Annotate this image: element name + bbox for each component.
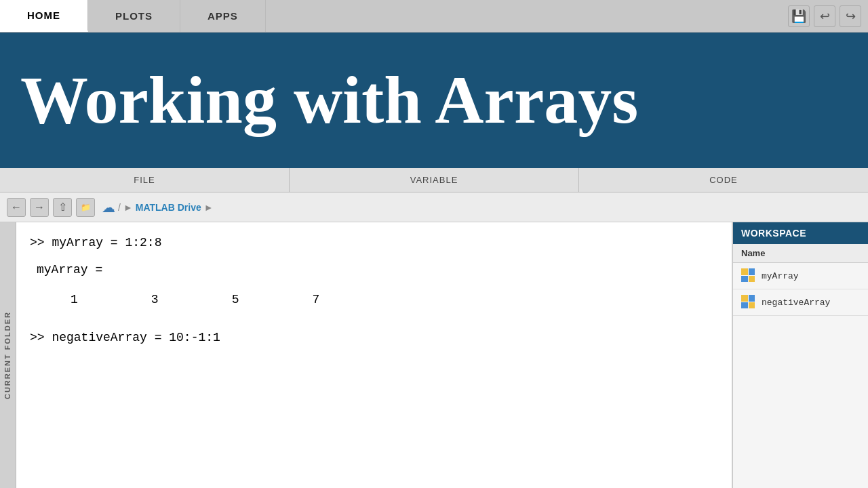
workspace-item-negativearray[interactable]: negativeArray	[733, 289, 868, 316]
top-tab-bar: HOME PLOTS APPS 💾 ↩ ↪	[0, 0, 868, 33]
workspace-panel: WORKSPACE Name myArray	[732, 222, 868, 488]
section-file: FILE	[0, 168, 290, 192]
workspace-item-myarray[interactable]: myArray	[733, 263, 868, 289]
tab-actions: 💾 ↩ ↪	[788, 0, 868, 32]
workspace-name-col: Name	[733, 244, 868, 263]
myarray-icon	[741, 268, 756, 283]
tab-plots[interactable]: PLOTS	[88, 0, 180, 32]
section-bar: FILE VARIABLE CODE	[0, 168, 868, 192]
breadcrumb-arrow: ►	[123, 202, 133, 213]
forward-button[interactable]: →	[30, 198, 49, 217]
negativearray-icon	[741, 295, 756, 310]
cmd-line-2: >> negativeArray = 10:-1:1	[30, 331, 718, 344]
browse-button[interactable]: 📁	[76, 198, 95, 217]
back-button[interactable]: ←	[7, 198, 26, 217]
cmd-prompt-1: >> myArray = 1:2:8	[30, 236, 161, 249]
cmd-output-label: myArray =	[37, 263, 102, 277]
cmd-spacer-1	[30, 252, 718, 263]
breadcrumb-sep-1: /	[118, 202, 121, 213]
main-area: CURRENT FOLDER >> myArray = 1:2:8 myArra…	[0, 222, 868, 488]
command-window[interactable]: >> myArray = 1:2:8 myArray = 1 3 5 7 >> …	[16, 222, 732, 488]
workspace-header: WORKSPACE	[733, 222, 868, 244]
myarray-name: myArray	[762, 271, 799, 281]
negativearray-name: negativeArray	[762, 298, 830, 308]
tab-home[interactable]: HOME	[0, 0, 88, 32]
cmd-values: 1 3 5 7	[71, 293, 718, 306]
cmd-prompt-2: >> negativeArray = 10:-1:1	[30, 331, 220, 344]
undo-icon[interactable]: ↩	[814, 5, 835, 27]
hero-title: Working with Arrays	[20, 66, 638, 134]
cmd-output-var: myArray =	[30, 263, 718, 277]
cloud-icon[interactable]: ☁	[102, 199, 115, 216]
section-variable: VARIABLE	[290, 168, 579, 192]
redo-icon[interactable]: ↪	[840, 5, 861, 27]
cmd-spacer-3	[30, 309, 718, 320]
current-folder-label: CURRENT FOLDER	[4, 311, 12, 399]
cmd-spacer-4	[30, 320, 718, 331]
breadcrumb-sep-2: ►	[204, 202, 214, 213]
section-code: CODE	[579, 168, 868, 192]
cmd-line-1: >> myArray = 1:2:8	[30, 236, 718, 249]
current-folder-sidebar: CURRENT FOLDER	[0, 222, 16, 488]
up-folder-button[interactable]: ⇧	[53, 198, 72, 217]
cmd-spacer-2	[30, 279, 718, 290]
tab-apps[interactable]: APPS	[180, 0, 266, 32]
breadcrumb-matlab-drive[interactable]: MATLAB Drive	[136, 202, 201, 213]
hero-banner: Working with Arrays	[0, 33, 868, 168]
save-icon[interactable]: 💾	[788, 5, 810, 27]
breadcrumb: ☁ / ► MATLAB Drive ►	[102, 199, 214, 216]
breadcrumb-bar: ← → ⇧ 📁 ☁ / ► MATLAB Drive ►	[0, 192, 868, 222]
